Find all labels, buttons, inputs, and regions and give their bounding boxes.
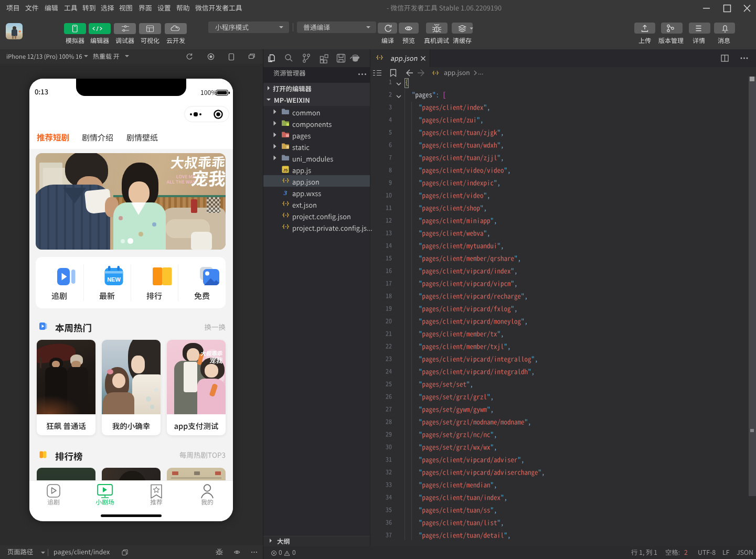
svg-text:JS: JS: [283, 168, 288, 173]
svg-text:NEW: NEW: [107, 276, 121, 283]
svg-text:3: 3: [283, 189, 288, 196]
